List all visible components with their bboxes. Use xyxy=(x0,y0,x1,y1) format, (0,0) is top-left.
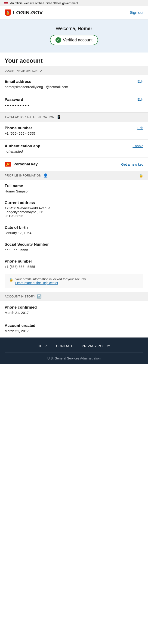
two-factor-section-label: TWO-FACTOR AUTHENTICATION xyxy=(4,116,54,119)
site-header: 🔒 LOGIN.GOV Sign out xyxy=(0,6,148,20)
key-icon: 🔑 xyxy=(4,162,11,166)
personal-key-label: Personal key xyxy=(14,162,38,166)
logo-text: LOGIN.GOV xyxy=(13,10,43,16)
auth-app-enable-button[interactable]: Enable xyxy=(132,144,144,148)
address-line1: 123456 Waynesworld Avenue xyxy=(4,206,50,210)
auth-app-value: not enabled xyxy=(4,150,144,153)
phone-label: Phone number xyxy=(4,126,32,130)
contact-link[interactable]: CONTACT xyxy=(56,344,72,348)
account-created-label: Account created xyxy=(4,324,144,328)
address-field: Current address 123456 Waynesworld Avenu… xyxy=(0,197,148,222)
address-label: Current address xyxy=(4,200,144,205)
flag-icon xyxy=(4,2,8,5)
page-title: Your account xyxy=(0,52,148,66)
person-icon: 👤 xyxy=(43,173,48,178)
check-circle-icon: ✓ xyxy=(56,37,61,43)
ssn-field: Social Security Number * * * - * * - 555… xyxy=(0,238,148,256)
dob-label: Date of birth xyxy=(4,225,144,230)
password-value: •••••••••• xyxy=(4,103,144,108)
ssn-value: * * * - * * - 5555 xyxy=(4,248,144,252)
email-row: Email address Edit homerjsimpsonreallylo… xyxy=(0,75,148,93)
logo-shield-icon: 🔒 xyxy=(4,10,11,16)
phone-confirmed-label: Phone confirmed xyxy=(4,305,144,310)
full-name-field: Full name Homer Simpson xyxy=(0,180,148,197)
address-line3: 95125-5623 xyxy=(4,214,23,218)
login-section-header: LOGIN INFORMATION ↗ xyxy=(0,66,148,75)
profile-phone-label: Phone number xyxy=(4,259,144,264)
personal-key-row: 🔑 Personal key Get a new key xyxy=(0,158,148,171)
logo: 🔒 LOGIN.GOV xyxy=(4,10,43,16)
lock-notice-message: Your profile information is locked for y… xyxy=(15,277,86,281)
account-created-field: Account created March 21, 2017 xyxy=(0,319,148,338)
help-center-link[interactable]: Learn more at the Help center xyxy=(15,281,58,285)
lock-notice: 🔒 Your profile information is locked for… xyxy=(4,274,144,288)
welcome-text: Welcome, Homer xyxy=(4,26,144,31)
phone-confirmed-value: March 21, 2017 xyxy=(4,311,144,314)
welcome-username: Homer xyxy=(78,26,92,31)
full-name-value: Homer Simpson xyxy=(4,189,144,193)
footer-nav: HELP CONTACT PRIVACY POLICY xyxy=(4,344,144,348)
lock-notice-text: Your profile information is locked for y… xyxy=(15,277,86,285)
help-link[interactable]: HELP xyxy=(38,344,47,348)
ssn-label: Social Security Number xyxy=(4,242,144,247)
phone-row: Phone number Edit +1 (555) 555 - 5555 xyxy=(0,122,148,140)
phone-edit-button[interactable]: Edit xyxy=(137,126,144,130)
account-history-label: ACCOUNT HISTORY xyxy=(4,295,35,298)
password-edit-button[interactable]: Edit xyxy=(137,98,144,101)
email-label: Email address xyxy=(4,79,31,84)
phone-icon: 📱 xyxy=(56,115,61,119)
profile-phone-field: Phone number +1 (555) 555 - 5555 xyxy=(0,256,148,272)
footer-agency: U.S. General Services Administration xyxy=(4,352,144,360)
address-line2: Longcitynamemaybe, KD xyxy=(4,210,44,214)
welcome-section: Welcome, Homer ✓ Verified account xyxy=(0,20,148,52)
welcome-greeting: Welcome, xyxy=(56,26,78,31)
profile-section-header: PROFILE INFORMATION 👤 🔒 xyxy=(0,171,148,180)
personal-key-action-button[interactable]: Get a new key xyxy=(121,162,144,166)
privacy-link[interactable]: PRIVACY POLICY xyxy=(82,344,110,348)
dob-value: January 17, 1964 xyxy=(4,231,144,235)
lock-notice-icon: 🔒 xyxy=(9,278,14,282)
lock-icon: 🔒 xyxy=(139,173,144,178)
password-label: Password xyxy=(4,98,23,102)
profile-phone-value: +1 (555) 555 - 5555 xyxy=(4,265,144,268)
gov-banner-text: An official website of the United States… xyxy=(10,2,78,5)
verified-badge: ✓ Verified account xyxy=(50,35,98,45)
gov-banner: An official website of the United States… xyxy=(0,0,148,6)
footer: HELP CONTACT PRIVACY POLICY U.S. General… xyxy=(0,338,148,364)
auth-app-row: Authentication app Enable not enabled xyxy=(0,140,148,158)
two-factor-section-header: TWO-FACTOR AUTHENTICATION 📱 xyxy=(0,113,148,122)
email-value: homerjsimpsonreallylong...@hotmail.com xyxy=(4,85,144,89)
account-history-section-header: ACCOUNT HISTORY 🔄 xyxy=(0,292,148,301)
phone-value: +1 (555) 555 - 5555 xyxy=(4,132,144,135)
password-row: Password Edit •••••••••• xyxy=(0,93,148,113)
auth-app-label: Authentication app xyxy=(4,144,40,148)
account-created-value: March 21, 2017 xyxy=(4,329,144,333)
sign-out-button[interactable]: Sign out xyxy=(130,11,144,15)
verified-label: Verified account xyxy=(63,38,92,42)
address-value: 123456 Waynesworld Avenue Longcitynamema… xyxy=(4,206,144,218)
phone-confirmed-field: Phone confirmed March 21, 2017 xyxy=(0,301,148,319)
dob-field: Date of birth January 17, 1964 xyxy=(0,222,148,238)
login-section-label: LOGIN INFORMATION xyxy=(4,69,38,72)
personal-key-left: 🔑 Personal key xyxy=(4,162,38,166)
login-icon: ↗ xyxy=(40,68,43,73)
history-icon: 🔄 xyxy=(37,294,42,299)
email-edit-button[interactable]: Edit xyxy=(137,79,144,83)
profile-section-label: PROFILE INFORMATION xyxy=(4,174,42,177)
full-name-label: Full name xyxy=(4,184,144,188)
